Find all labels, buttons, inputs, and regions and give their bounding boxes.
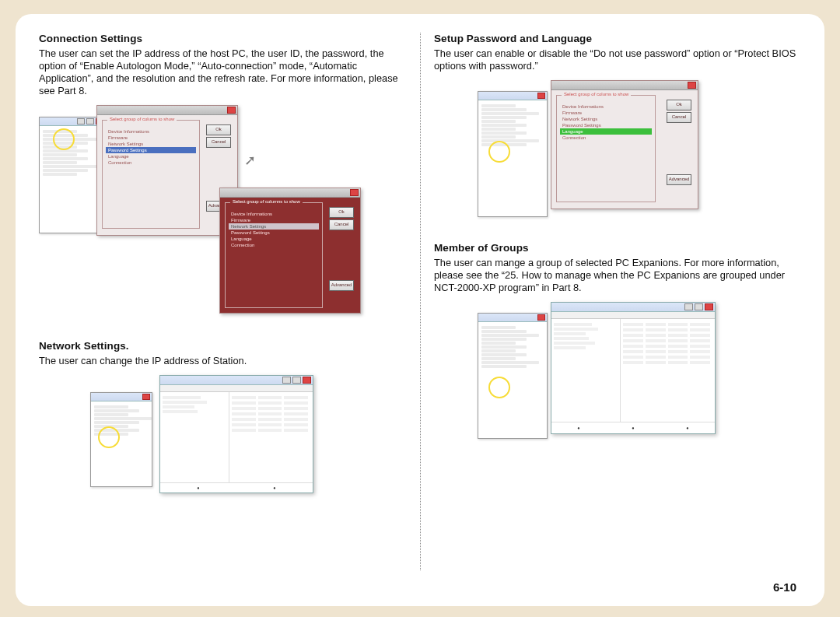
- option-connection: Connection: [229, 242, 319, 248]
- page-number: 6-10: [773, 580, 796, 594]
- option-connection: Connection: [560, 135, 652, 141]
- option-network: Network Settings: [229, 223, 319, 230]
- member-of-groups-body: The user can mange a group of selected P…: [434, 257, 801, 294]
- group-management-window: ● ● ●: [551, 302, 716, 434]
- cancel-button[interactable]: Cancel: [206, 137, 231, 148]
- close-icon: [303, 377, 311, 384]
- connection-settings-body: The user can set the IP address of the h…: [39, 47, 406, 97]
- network-settings-heading: Network Settings.: [39, 340, 406, 352]
- advanced-button[interactable]: Advanced: [329, 280, 354, 291]
- minimize-icon: [282, 377, 291, 384]
- close-icon: [142, 394, 150, 400]
- option-device-info: Device Informations: [560, 103, 652, 110]
- footer-link[interactable]: ●: [686, 426, 688, 430]
- left-column: Connection Settings The user can set the…: [39, 33, 406, 598]
- advanced-button[interactable]: Advanced: [667, 174, 691, 185]
- option-language: Language: [229, 236, 319, 242]
- device-tree-window-small: [90, 392, 152, 487]
- option-password: Password Settings: [106, 147, 196, 153]
- manual-page: Connection Settings The user can set the…: [16, 14, 824, 606]
- minimize-icon: [77, 118, 85, 124]
- option-network: Network Settings: [560, 116, 652, 122]
- close-icon: [227, 107, 236, 114]
- device-tree-window-small: [478, 313, 548, 439]
- cancel-button[interactable]: Cancel: [329, 219, 354, 230]
- option-device-info: Device Informations: [229, 211, 319, 217]
- ok-button[interactable]: Ok: [329, 207, 354, 218]
- footer-link[interactable]: ●: [577, 426, 579, 430]
- option-language: Language: [106, 153, 196, 160]
- connection-settings-heading: Connection Settings: [39, 33, 406, 44]
- password-language-body: The user can enable or disable the “Do n…: [434, 47, 801, 72]
- password-language-heading: Setup Password and Language: [434, 33, 801, 44]
- close-icon: [688, 82, 696, 89]
- group-box-label: Select group of colums to show: [562, 92, 631, 96]
- device-tree-window-small: [478, 91, 548, 217]
- option-language: Language: [560, 128, 652, 135]
- close-icon: [350, 189, 359, 196]
- cancel-button[interactable]: Cancel: [667, 112, 691, 123]
- select-columns-dialog-lang: Select group of colums to show Device In…: [551, 80, 698, 209]
- network-settings-window: ● ●: [159, 375, 313, 493]
- option-connection: Connection: [106, 160, 196, 166]
- network-settings-body: The user can change the IP address of St…: [39, 355, 406, 367]
- option-firmware: Firmware: [106, 135, 196, 141]
- footer-link[interactable]: ●: [197, 486, 199, 490]
- option-network: Network Settings: [106, 141, 196, 147]
- ok-button[interactable]: Ok: [667, 100, 691, 110]
- close-icon: [537, 314, 545, 321]
- minimize-icon: [684, 303, 693, 310]
- column-divider: [420, 33, 421, 570]
- option-firmware: Firmware: [229, 217, 319, 223]
- footer-link[interactable]: ●: [632, 426, 634, 430]
- option-password: Password Settings: [229, 230, 319, 236]
- option-firmware: Firmware: [560, 110, 652, 116]
- maximize-icon: [695, 303, 703, 310]
- group-box-label: Select group of columns to show: [230, 199, 303, 204]
- select-columns-dialog-2: Select group of columns to show Device I…: [219, 188, 361, 314]
- group-box-label: Select group of colums to show: [107, 117, 177, 121]
- maximize-icon: [86, 118, 94, 124]
- right-column: Setup Password and Language The user can…: [434, 33, 801, 598]
- footer-link[interactable]: ●: [273, 486, 275, 490]
- close-icon: [537, 93, 545, 99]
- close-icon: [705, 303, 713, 310]
- arrow-down-icon: ➚: [244, 152, 256, 169]
- option-password: Password Settings: [560, 122, 652, 128]
- maximize-icon: [292, 377, 301, 384]
- option-device-info: Device Informations: [106, 128, 196, 135]
- member-of-groups-heading: Member of Groups: [434, 242, 801, 254]
- select-columns-dialog-1: Select group of colums to show Device In…: [96, 105, 238, 236]
- ok-button[interactable]: Ok: [206, 124, 231, 135]
